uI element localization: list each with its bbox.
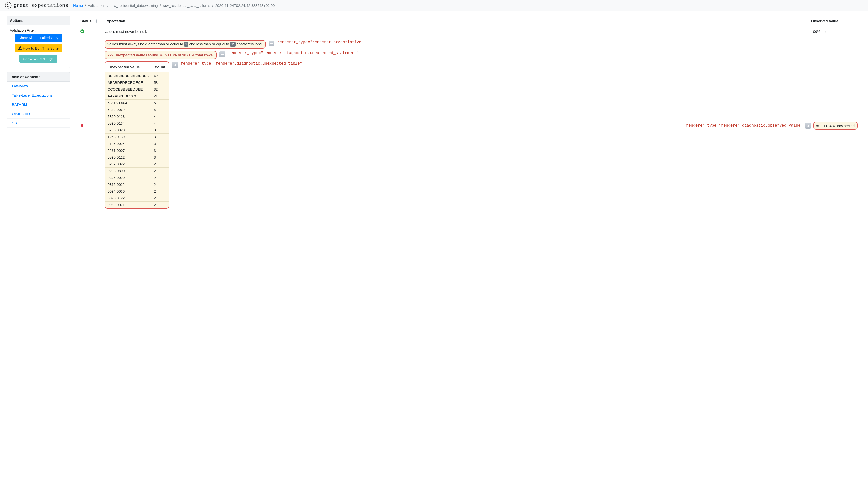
- toc-item-bathrm[interactable]: BATHRM: [7, 100, 70, 109]
- failed-only-button[interactable]: Failed Only: [36, 34, 62, 42]
- unexpected-row: 0306 00202: [105, 174, 169, 181]
- filter-label: Validation Filter:: [10, 28, 67, 32]
- actions-card: Actions Validation Filter: Show All Fail…: [7, 16, 70, 68]
- unexpected-row: 2125 00243: [105, 140, 169, 147]
- breadcrumb-part: 2020-11-24T02:24:42.888548+00:00: [215, 3, 275, 7]
- unexpected-count: 3: [151, 140, 169, 147]
- unexpected-value: AAAABBBBCCCC: [105, 93, 151, 100]
- check-circle-icon: [80, 29, 84, 33]
- breadcrumb-home[interactable]: Home: [73, 3, 83, 7]
- edit-suite-label: How to Edit This Suite: [23, 46, 58, 50]
- unexpected-row: BBBBBBBBBBBBBBBBB69: [105, 72, 169, 79]
- walkthrough-button[interactable]: Show Walkthrough: [19, 55, 57, 63]
- brand-block: great_expectations: [5, 2, 68, 9]
- renderer-unexpected-table-label: renderer_type="renderer.diagnostic.unexp…: [181, 62, 302, 66]
- unexpected-count: 2: [151, 188, 169, 195]
- col-status-label: Status: [80, 19, 92, 23]
- toc-item-overview[interactable]: Overview: [7, 81, 70, 91]
- unexpected-row: 2231 00073: [105, 147, 169, 154]
- unexpected-count: 2: [151, 201, 169, 208]
- unexpected-count: 4: [151, 120, 169, 127]
- badge-min: 1: [184, 42, 188, 47]
- unexpected-value: 0694 0036: [105, 188, 151, 195]
- unexpected-count: 2: [151, 195, 169, 201]
- prescriptive-post: characters long.: [237, 42, 263, 46]
- main: Status ▲▼ Expectation Observed Value: [77, 16, 861, 214]
- inner-col-value: Unexpected Value: [105, 62, 151, 72]
- arrow-right-icon: ➡: [172, 62, 178, 68]
- unexpected-row: 0238 08002: [105, 168, 169, 174]
- unexpected-count: 4: [151, 113, 169, 120]
- unexpected-row: AAAABBBBCCCC21: [105, 93, 169, 100]
- sidebar: Actions Validation Filter: Show All Fail…: [7, 16, 70, 132]
- unexpected-count: 69: [151, 72, 169, 79]
- badge-max: 11: [230, 42, 236, 47]
- expectation-text: values must never be null.: [101, 26, 808, 37]
- renderer-unexpected-stmt-label: renderer_type="renderer.diagnostic.unexp…: [228, 51, 359, 55]
- sort-icon: ▲▼: [95, 19, 98, 23]
- unexpected-count: 2: [151, 181, 169, 188]
- unexpected-row: 0989 00712: [105, 201, 169, 208]
- inner-col-count: Count: [151, 62, 169, 72]
- arrow-right-icon: ➡: [805, 123, 811, 129]
- unexpected-value: CCCCBBBBEEDDEE: [105, 86, 151, 93]
- svg-point-0: [5, 2, 11, 8]
- renderer-observed-label: renderer_type="renderer.diagnostic.obser…: [686, 123, 803, 128]
- unexpected-row: CCCCBBBBEEDDEE32: [105, 86, 169, 93]
- unexpected-count: 3: [151, 154, 169, 161]
- unexpected-value: 5881S 0004: [105, 100, 151, 106]
- toc-item-table-level[interactable]: Table-Level Expectations: [7, 91, 70, 100]
- unexpected-value: 1253 0139: [105, 133, 151, 140]
- breadcrumb: Home / Validations / raw_residential_dat…: [73, 3, 275, 7]
- edit-icon: [18, 46, 22, 50]
- svg-point-2: [9, 4, 9, 5]
- unexpected-value: BBBBBBBBBBBBBBBBB: [105, 72, 151, 79]
- breadcrumb-part: Validations: [88, 3, 105, 7]
- unexpected-row: 0694 00362: [105, 188, 169, 195]
- unexpected-value: 2231 0007: [105, 147, 151, 154]
- unexpected-count: 32: [151, 86, 169, 93]
- unexpected-row: 0237 08222: [105, 161, 169, 168]
- unexpected-count: 3: [151, 127, 169, 133]
- toc-item-ssl[interactable]: SSL: [7, 119, 70, 128]
- unexpected-row: 0786 08203: [105, 127, 169, 133]
- unexpected-count: 2: [151, 168, 169, 174]
- unexpected-row: 1253 01393: [105, 133, 169, 140]
- unexpected-row: 0870 01222: [105, 195, 169, 201]
- edit-suite-button[interactable]: How to Edit This Suite: [15, 44, 62, 52]
- unexpected-count: 2: [151, 174, 169, 181]
- show-all-button[interactable]: Show All: [15, 34, 36, 42]
- unexpected-value: ABABDEDEGEGEGE: [105, 79, 151, 86]
- toc-card: Table of Contents Overview Table-Level E…: [7, 72, 70, 128]
- toc-item-objectid[interactable]: OBJECTID: [7, 109, 70, 119]
- prescriptive-pre: values must always be greater than or eq…: [108, 42, 184, 46]
- prescriptive-callout: values must always be greater than or eq…: [105, 40, 266, 49]
- unexpected-count: 58: [151, 79, 169, 86]
- toc-title: Table of Contents: [7, 72, 70, 81]
- results-table: Status ▲▼ Expectation Observed Value: [77, 16, 861, 214]
- col-expectation[interactable]: Expectation: [101, 16, 808, 26]
- renderer-prescriptive-label: renderer_type="renderer.prescriptive": [277, 40, 363, 45]
- unexpected-value: 5890 0123: [105, 113, 151, 120]
- unexpected-row: ABABDEDEGEGEGE58: [105, 79, 169, 86]
- observed-callout: ≈0.21184% unexpected: [813, 122, 858, 130]
- unexpected-count: 2: [151, 161, 169, 168]
- col-status[interactable]: Status ▲▼: [77, 16, 101, 26]
- arrow-right-icon: ➡: [268, 41, 274, 46]
- unexpected-value: 0786 0820: [105, 127, 151, 133]
- logo-icon: [5, 2, 11, 9]
- actions-title: Actions: [7, 16, 70, 25]
- brand-text: great_expectations: [14, 3, 68, 8]
- unexpected-count: 3: [151, 133, 169, 140]
- prescriptive-mid: and less than or equal to: [189, 42, 230, 46]
- breadcrumb-part: raw_residential_data.warning: [110, 3, 158, 7]
- unexpected-count: 21: [151, 93, 169, 100]
- unexpected-row: 5890 01234: [105, 113, 169, 120]
- unexpected-count: 5: [151, 100, 169, 106]
- unexpected-count: 3: [151, 147, 169, 154]
- unexpected-count: 5: [151, 106, 169, 113]
- unexpected-value: 5890 0122: [105, 154, 151, 161]
- unexpected-value: 0237 0822: [105, 161, 151, 168]
- unexpected-table-callout: Unexpected Value Count BBBBBBBBBBBBBBBBB…: [105, 62, 169, 208]
- col-observed[interactable]: Observed Value: [808, 16, 861, 26]
